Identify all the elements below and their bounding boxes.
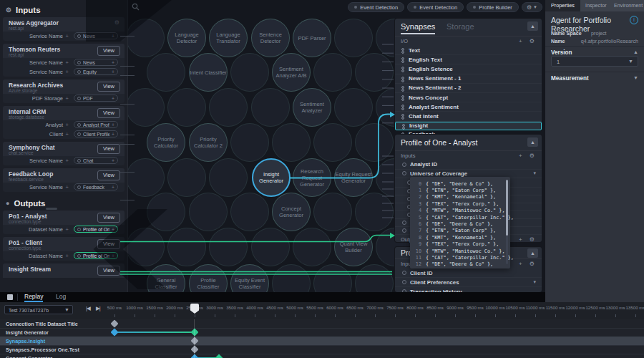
view-button[interactable]: View: [97, 213, 120, 223]
canvas-node-empty[interactable]: [313, 53, 352, 92]
canvas-node[interactable]: Profile Classifier: [189, 264, 228, 292]
canvas-node[interactable]: General Classifier: [147, 264, 185, 292]
add-icon[interactable]: +: [66, 158, 69, 164]
card-gear-icon[interactable]: ⚙: [114, 19, 119, 26]
synapse-item-news-sentiment-1[interactable]: News Sentiment - 1: [395, 74, 542, 84]
dataset-pill[interactable]: PDF+: [74, 95, 118, 102]
view-button[interactable]: View: [97, 170, 120, 180]
event-diamond-gray[interactable]: [190, 345, 198, 353]
collapse-synapses-button[interactable]: ▲: [527, 21, 538, 31]
toolbar-pill-2[interactable]: Profile Builder: [467, 2, 519, 12]
dataset-pill[interactable]: Analyst Profile+: [74, 121, 118, 128]
synapse-item-analyst-sentiment[interactable]: Analyst Sentiment: [395, 102, 542, 112]
analyst-input-item[interactable]: Analyst ID: [395, 160, 542, 170]
event-diamond-blue[interactable]: [190, 354, 198, 358]
tab-replay[interactable]: Replay: [24, 293, 43, 302]
add-icon[interactable]: +: [66, 95, 69, 102]
canvas-node[interactable]: Sentiment Analyzer A/B: [272, 53, 311, 92]
canvas-node-empty[interactable]: [127, 228, 165, 266]
synapse-item-text[interactable]: Text: [395, 46, 542, 55]
synapse-item-news-sentiment-2[interactable]: News Sentiment - 2: [395, 84, 542, 93]
canvas-node-empty[interactable]: [167, 228, 206, 266]
synapse-item-english-setence[interactable]: English Setence: [395, 64, 542, 74]
expand-measurement-icon[interactable]: ▼: [633, 75, 638, 80]
dataset-pill[interactable]: Profile of One+: [74, 226, 118, 233]
canvas-node-empty[interactable]: [189, 193, 228, 231]
search-icon[interactable]: [132, 3, 140, 11]
canvas-node-empty[interactable]: [355, 53, 394, 92]
input-card-3[interactable]: Internal CRMstorage.databaseViewAnalyst+…: [3, 106, 125, 139]
collapse-version-icon[interactable]: ▲: [633, 49, 638, 54]
canvas-node-empty[interactable]: [167, 158, 206, 197]
version-section[interactable]: Version ▲: [545, 46, 644, 57]
analyst-outputs-tools[interactable]: + ⚙: [519, 235, 537, 244]
output-card-2[interactable]: Insight StreamView: [3, 263, 125, 278]
canvas-node[interactable]: Sentence Detector: [251, 19, 290, 57]
tab-synapses[interactable]: Synapses: [401, 22, 435, 34]
tab-log[interactable]: Log: [56, 293, 66, 300]
canvas-node-empty[interactable]: [251, 228, 290, 266]
input-card-4[interactable]: Symphony Chatchat.serviceViewService Nam…: [3, 142, 125, 165]
add-icon[interactable]: +: [66, 69, 69, 75]
canvas-node[interactable]: Language Detector: [167, 19, 206, 57]
canvas-node[interactable]: Equity Request Generator: [334, 158, 373, 197]
version-select[interactable]: 1 ▼: [551, 56, 638, 67]
canvas-node-empty[interactable]: [147, 193, 185, 231]
canvas-node-empty[interactable]: [251, 88, 290, 127]
canvas-node-empty[interactable]: [127, 19, 165, 57]
stop-button[interactable]: [7, 294, 13, 300]
view-button[interactable]: View: [97, 46, 120, 56]
input-card-5[interactable]: Feedback Loopfeedback.serviceViewService…: [3, 168, 125, 192]
chevron-down-icon[interactable]: ▾: [533, 170, 536, 176]
canvas-node-empty[interactable]: [334, 19, 373, 57]
canvas-node-empty[interactable]: [127, 158, 165, 197]
canvas-node[interactable]: Sentiment Analyzer: [293, 88, 331, 127]
dataset-pill[interactable]: Chat+: [74, 157, 118, 164]
canvas-node-empty[interactable]: [313, 123, 352, 162]
toolbar-pill-0[interactable]: Event Detection: [348, 2, 404, 12]
canvas-node-empty[interactable]: [313, 193, 352, 231]
canvas-node[interactable]: Insight Generator: [252, 158, 291, 197]
sidebar-scroll-handle[interactable]: [46, 208, 57, 210]
canvas-node-empty[interactable]: [313, 264, 352, 292]
client-input-item[interactable]: Client ID: [395, 268, 542, 278]
info-icon[interactable]: i: [630, 16, 638, 24]
dataset-pill[interactable]: News+: [74, 59, 118, 66]
canvas-node-empty[interactable]: [230, 193, 269, 231]
measurement-section[interactable]: Measurement ▼: [545, 72, 644, 82]
view-button[interactable]: View: [97, 266, 120, 276]
event-diamond-blue[interactable]: [110, 328, 118, 336]
input-card-1[interactable]: Thomson Reutersrest.apiViewService Name+…: [3, 44, 125, 77]
canvas-node[interactable]: Language Translator: [209, 19, 248, 57]
canvas-node[interactable]: Equity Event Classifier: [230, 264, 269, 292]
synapse-item-chat-intent[interactable]: Chat Intent: [395, 112, 542, 121]
canvas-node-empty[interactable]: [293, 228, 331, 266]
synapse-item-english-text[interactable]: English Text: [395, 55, 542, 64]
canvas-node-empty[interactable]: [334, 88, 373, 127]
add-icon[interactable]: +: [66, 226, 69, 233]
dataset-pill[interactable]: Client Profile+: [74, 130, 118, 137]
toolbar-pill-1[interactable]: Event Detection: [407, 2, 464, 12]
collapse-client-button[interactable]: ▲: [527, 248, 538, 258]
dataset-pill[interactable]: Profile of One+: [74, 252, 118, 259]
tooltip-scrollbar-thumb[interactable]: [506, 180, 508, 236]
add-icon[interactable]: +: [66, 33, 69, 39]
canvas-node[interactable]: Intent Classifier: [189, 53, 228, 92]
chevron-down-icon[interactable]: ▾: [533, 279, 536, 285]
view-button[interactable]: View: [97, 239, 120, 249]
tab-properties[interactable]: Properties: [545, 0, 580, 11]
view-button[interactable]: View: [97, 144, 120, 154]
canvas-node[interactable]: Priority Calculator 2: [189, 123, 228, 162]
view-button[interactable]: View: [97, 108, 120, 118]
event-diamond-green[interactable]: [190, 328, 198, 336]
add-icon[interactable]: +: [66, 122, 69, 128]
dataset-pill[interactable]: News+: [74, 32, 118, 39]
analyst-panel-header[interactable]: Profile of One - Analyst ▲: [395, 135, 542, 151]
input-card-2[interactable]: Research ArchivesAzure.storageViewPDF St…: [3, 79, 125, 103]
canvas-settings-button[interactable]: ⚙ ▼: [522, 2, 542, 12]
canvas-node-empty[interactable]: [230, 53, 269, 92]
canvas-node-empty[interactable]: [272, 264, 311, 292]
event-diamond-gray[interactable]: [110, 319, 118, 327]
analyst-inputs-tools[interactable]: + ⚙: [519, 151, 537, 160]
tab-inspector[interactable]: Inspector: [580, 0, 613, 11]
